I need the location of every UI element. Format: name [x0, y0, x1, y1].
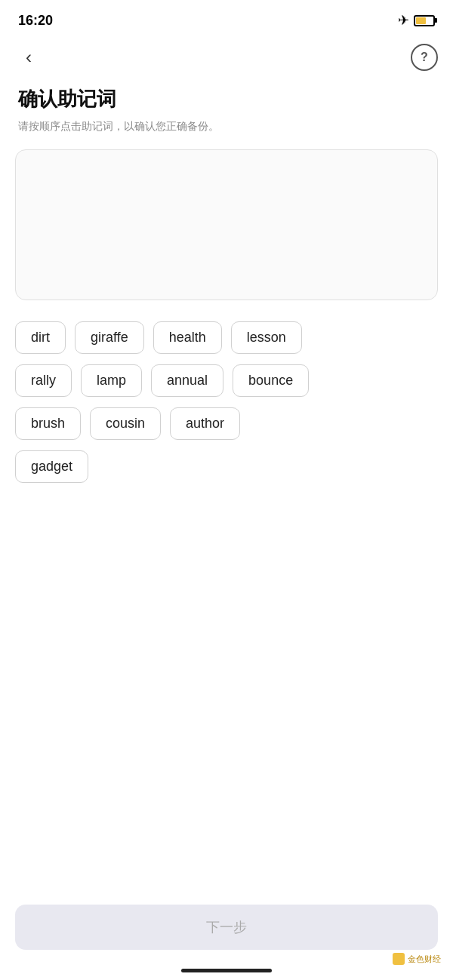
page-title: 确认助记词 — [18, 86, 435, 112]
word-row-1: dirt giraffe health lesson — [15, 321, 438, 354]
watermark: 金色财经 — [393, 953, 441, 965]
word-chip-annual[interactable]: annual — [151, 364, 223, 397]
battery-fill — [416, 17, 426, 24]
watermark-text: 金色财经 — [408, 954, 441, 965]
word-chip-brush[interactable]: brush — [15, 407, 81, 440]
word-chip-author[interactable]: author — [170, 407, 240, 440]
word-chip-health[interactable]: health — [153, 321, 222, 354]
status-icons: ✈ — [398, 12, 435, 29]
word-grid: dirt giraffe health lesson rally lamp an… — [0, 321, 453, 483]
word-chip-lamp[interactable]: lamp — [81, 364, 142, 397]
status-bar: 16:20 ✈ — [0, 0, 453, 38]
word-chip-dirt[interactable]: dirt — [15, 321, 66, 354]
word-chip-rally[interactable]: rally — [15, 364, 72, 397]
status-time: 16:20 — [18, 13, 53, 29]
page-subtitle: 请按顺序点击助记词，以确认您正确备份。 — [18, 118, 435, 134]
airplane-icon: ✈ — [398, 12, 409, 29]
help-button[interactable]: ? — [411, 44, 438, 71]
word-row-4: gadget — [15, 450, 438, 483]
word-chip-lesson[interactable]: lesson — [231, 321, 302, 354]
word-row-2: rally lamp annual bounce — [15, 364, 438, 397]
answer-box — [15, 149, 438, 300]
word-chip-gadget[interactable]: gadget — [15, 450, 88, 483]
back-button[interactable]: ‹ — [15, 44, 42, 71]
word-chip-bounce[interactable]: bounce — [233, 364, 309, 397]
page-header: 确认助记词 请按顺序点击助记词，以确认您正确备份。 — [0, 80, 453, 149]
nav-bar: ‹ ? — [0, 38, 453, 80]
next-button[interactable]: 下一步 — [15, 905, 438, 950]
word-chip-cousin[interactable]: cousin — [90, 407, 161, 440]
bottom-area: 下一步 — [15, 905, 438, 950]
home-indicator — [181, 969, 272, 972]
word-chip-giraffe[interactable]: giraffe — [75, 321, 144, 354]
word-row-3: brush cousin author — [15, 407, 438, 440]
battery-icon — [414, 15, 435, 26]
watermark-icon — [393, 953, 405, 965]
